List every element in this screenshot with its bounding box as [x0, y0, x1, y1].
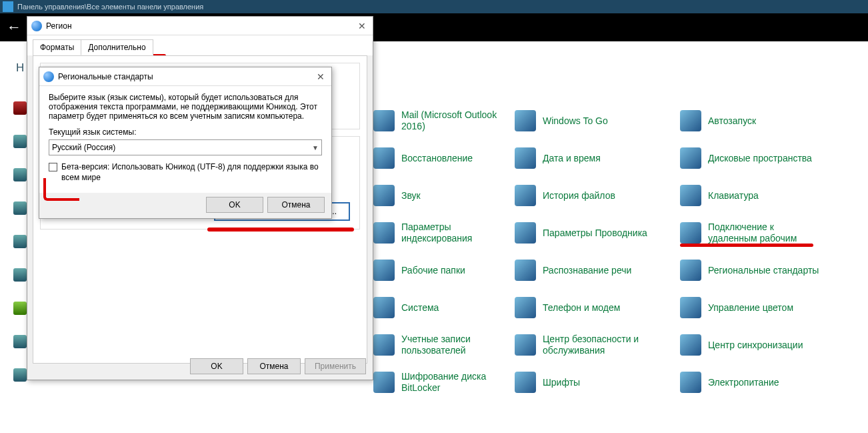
cp-icon: [680, 297, 701, 318]
cp-item[interactable]: Электропитание: [680, 370, 837, 395]
page-heading-fragment: Н: [16, 61, 24, 75]
cp-icon: [680, 185, 701, 206]
cp-item[interactable]: Распознавание речи: [515, 258, 671, 283]
cp-item[interactable]: Параметры индексирования: [373, 220, 530, 246]
cp-item[interactable]: Система: [373, 295, 530, 320]
cp-link[interactable]: Дата и время: [543, 153, 601, 164]
close-icon[interactable]: ✕: [314, 71, 327, 82]
cp-link[interactable]: Учетные записи пользователей: [401, 334, 515, 356]
cp-item[interactable]: Центр безопасности и обслуживания: [515, 332, 671, 358]
cp-link[interactable]: Параметры Проводника: [543, 228, 647, 239]
cp-icon: [680, 110, 701, 131]
beta-utf8-checkbox[interactable]: [49, 163, 57, 171]
cp-icon: [373, 372, 395, 393]
cp-item[interactable]: Параметры Проводника: [515, 220, 671, 246]
cp-item[interactable]: Восстановление: [373, 145, 530, 171]
ok-button[interactable]: OK: [206, 197, 263, 213]
cp-link[interactable]: Система: [401, 302, 439, 314]
cp-link[interactable]: Клавиатура: [708, 190, 759, 201]
window-titlebar: Панель управления\Все элементы панели уп…: [0, 0, 868, 13]
cp-link[interactable]: Региональные стандарты: [708, 265, 819, 276]
inner-dialog-buttons: OK Отмена: [206, 197, 325, 213]
cp-item[interactable]: Региональные стандарты: [680, 258, 837, 283]
cp-link[interactable]: Звук: [401, 190, 421, 201]
cp-link[interactable]: Подключение к удаленным рабочим: [708, 222, 821, 244]
cancel-button[interactable]: Отмена: [247, 358, 301, 374]
cp-link[interactable]: Распознавание речи: [543, 265, 631, 276]
cp-item[interactable]: Шифрование диска BitLocker: [373, 370, 530, 395]
regional-standards-dialog: Региональные стандарты ✕ Выберите язык (…: [39, 67, 332, 219]
inner-dialog-description: Выберите язык (язык системы), который бу…: [49, 93, 322, 121]
cp-item[interactable]: Учетные записи пользователей: [373, 332, 530, 358]
control-panel-icon: [3, 1, 13, 12]
cp-item[interactable]: Шрифты: [515, 370, 671, 395]
inner-dialog-titlebar: Региональные стандарты ✕: [39, 67, 331, 86]
cp-icon: [373, 260, 395, 281]
cp-link[interactable]: Центр безопасности и обслуживания: [543, 334, 656, 356]
cp-icon: [515, 372, 536, 393]
sidebar-icon-strip: [13, 101, 27, 402]
sidebar-icon: [13, 335, 27, 348]
cp-link[interactable]: История файлов: [543, 190, 615, 201]
cp-link[interactable]: Центр синхронизации: [708, 340, 803, 351]
chevron-down-icon: ▼: [312, 144, 319, 151]
cp-link[interactable]: Автозапуск: [708, 115, 756, 127]
system-language-select[interactable]: Русский (Россия) ▼: [49, 139, 322, 155]
window-title: Панель управления\Все элементы панели уп…: [17, 3, 203, 11]
inner-dialog-body: Выберите язык (язык системы), который бу…: [39, 86, 331, 193]
cp-item[interactable]: Дата и время: [515, 145, 671, 171]
cp-item[interactable]: Mail (Microsoft Outlook 2016): [373, 108, 530, 133]
cp-link[interactable]: Рабочие папки: [401, 265, 465, 276]
cp-link[interactable]: Управление цветом: [708, 302, 793, 314]
annotation-underline: [680, 244, 813, 247]
annotation-underline: [207, 228, 354, 232]
cp-item[interactable]: Подключение к удаленным рабочим: [680, 220, 837, 246]
system-language-selected: Русский (Россия): [52, 143, 115, 152]
cp-link[interactable]: Дисковые пространства: [708, 153, 812, 164]
sidebar-icon: [13, 268, 27, 282]
cancel-button[interactable]: Отмена: [267, 197, 325, 213]
cp-item[interactable]: Звук: [373, 183, 530, 208]
cp-item[interactable]: Клавиатура: [680, 183, 837, 208]
close-icon[interactable]: ✕: [355, 21, 369, 31]
tab-formats[interactable]: Форматы: [33, 39, 81, 55]
annotation-bracket: [43, 178, 79, 201]
cp-link[interactable]: Mail (Microsoft Outlook 2016): [401, 109, 515, 132]
back-button[interactable]: ←: [0, 13, 28, 41]
cp-link[interactable]: Шрифты: [543, 377, 580, 388]
ok-button[interactable]: OK: [190, 358, 243, 374]
cp-item[interactable]: Windows To Go: [515, 108, 671, 133]
cp-link[interactable]: Шифрование диска BitLocker: [401, 371, 515, 394]
cp-icon: [680, 260, 701, 281]
cp-item[interactable]: Центр синхронизации: [680, 332, 837, 358]
cp-icon: [515, 222, 536, 244]
cp-item[interactable]: История файлов: [515, 183, 671, 208]
cp-icon: [373, 147, 395, 169]
cp-link[interactable]: Восстановление: [401, 153, 473, 164]
region-dialog-titlebar: Регион ✕: [27, 17, 373, 35]
cp-item[interactable]: Управление цветом: [680, 295, 837, 320]
tab-advanced[interactable]: Дополнительно: [81, 39, 153, 55]
cp-icon: [373, 185, 395, 206]
cp-icon: [515, 185, 536, 206]
cp-icon: [515, 147, 536, 169]
cp-icon: [373, 110, 395, 131]
cp-item[interactable]: Рабочие папки: [373, 258, 530, 283]
cp-icon: [515, 334, 536, 356]
cp-item[interactable]: Автозапуск: [680, 108, 837, 133]
cp-item[interactable]: Дисковые пространства: [680, 145, 837, 171]
cp-link[interactable]: Телефон и модем: [543, 302, 620, 314]
cp-icon: [680, 222, 701, 244]
apply-button[interactable]: Применить: [305, 358, 366, 374]
cp-link[interactable]: Электропитание: [708, 377, 779, 388]
sidebar-icon: [13, 135, 27, 148]
beta-utf8-row: Бета-версия: Использовать Юникод (UTF-8)…: [49, 162, 322, 183]
cp-column-a: Mail (Microsoft Outlook 2016)Восстановле…: [373, 108, 530, 407]
cp-icon: [680, 372, 701, 393]
cp-link[interactable]: Windows To Go: [543, 115, 608, 127]
globe-icon: [43, 71, 54, 82]
cp-icon: [373, 297, 395, 318]
cp-link[interactable]: Параметры индексирования: [401, 222, 515, 244]
cp-item[interactable]: Телефон и модем: [515, 295, 671, 320]
dialog-button-row: OK Отмена Применить: [190, 358, 366, 374]
